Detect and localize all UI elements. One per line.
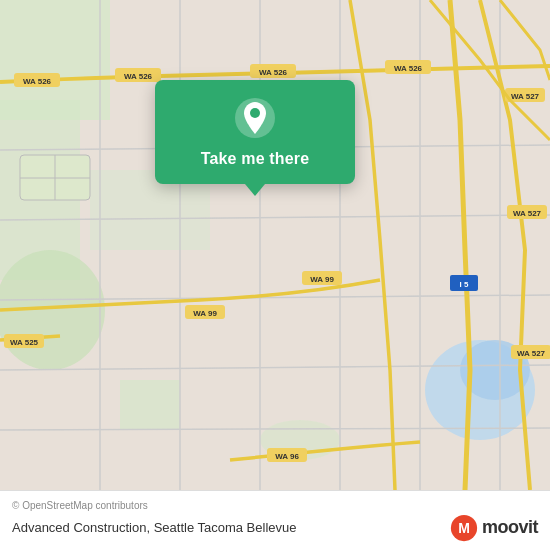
- moovit-brand-text: moovit: [482, 517, 538, 538]
- map-svg: WA 526 WA 526 WA 526 WA 526 WA 527 WA 52…: [0, 0, 550, 490]
- svg-point-48: [250, 108, 260, 118]
- svg-text:WA 527: WA 527: [513, 209, 542, 218]
- svg-text:WA 526: WA 526: [124, 72, 153, 81]
- svg-text:WA 96: WA 96: [275, 452, 299, 461]
- svg-text:WA 527: WA 527: [517, 349, 546, 358]
- popup-card: Take me there: [155, 80, 355, 184]
- svg-text:WA 526: WA 526: [259, 68, 288, 77]
- svg-text:WA 525: WA 525: [10, 338, 39, 347]
- moovit-brand-icon: M: [450, 514, 478, 542]
- attribution: © OpenStreetMap contributors: [12, 500, 538, 511]
- svg-text:WA 99: WA 99: [310, 275, 334, 284]
- bottom-bar: © OpenStreetMap contributors Advanced Co…: [0, 490, 550, 550]
- svg-text:WA 526: WA 526: [394, 64, 423, 73]
- location-pin-icon: [233, 96, 277, 140]
- moovit-logo: M moovit: [450, 514, 538, 542]
- svg-rect-7: [120, 380, 180, 430]
- place-info: Advanced Construction, Seattle Tacoma Be…: [12, 520, 296, 535]
- svg-text:WA 99: WA 99: [193, 309, 217, 318]
- map-container: WA 526 WA 526 WA 526 WA 526 WA 527 WA 52…: [0, 0, 550, 490]
- svg-text:I 5: I 5: [460, 280, 469, 289]
- svg-text:M: M: [458, 520, 470, 536]
- bottom-info-row: Advanced Construction, Seattle Tacoma Be…: [12, 514, 538, 542]
- take-me-there-button[interactable]: Take me there: [201, 148, 310, 170]
- svg-text:WA 526: WA 526: [23, 77, 52, 86]
- svg-text:WA 527: WA 527: [511, 92, 540, 101]
